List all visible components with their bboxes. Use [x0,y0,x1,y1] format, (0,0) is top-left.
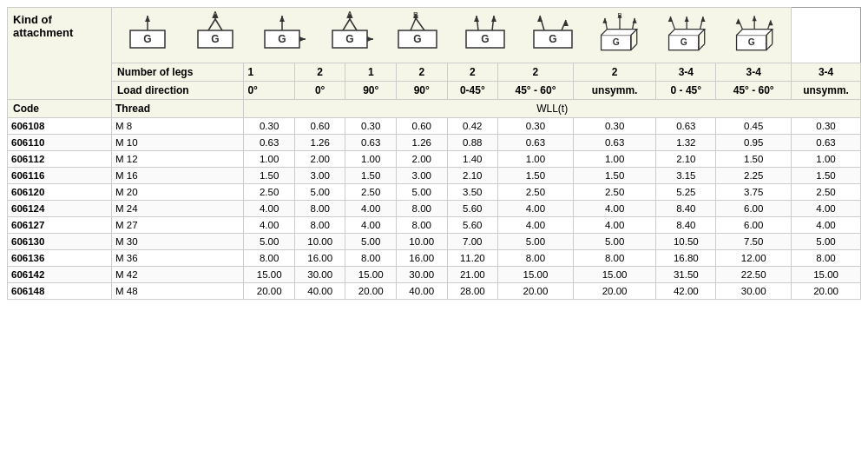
svg-text:G: G [211,33,219,45]
svg-line-72 [766,44,773,50]
code-606110: 606110 [8,135,112,151]
svg-marker-68 [701,17,706,22]
legs-34a: 3-4 [656,63,716,82]
svg-marker-57 [633,18,637,23]
load-direction-label: Load direction [112,82,244,100]
svg-marker-1 [145,16,150,22]
svg-marker-16 [299,36,306,42]
code-header: Code [8,100,112,118]
table-row: 606108 M 8 0.30 0.60 0.30 0.60 0.42 0.30… [8,118,861,135]
main-container: Kind of attachment G [0,0,868,307]
table-row: 606124 M 24 4.00 8.00 4.00 8.00 5.60 4.0… [8,201,861,217]
svg-marker-12 [279,16,285,22]
svg-text:G: G [413,33,421,45]
legs-34b: 3-4 [716,63,792,82]
svg-marker-56 [603,18,608,23]
svg-text:G: G [748,38,755,48]
dir-90a: 90° [345,82,397,100]
legs-2e: 2 [573,63,656,82]
val-606108-4: 0.60 [396,118,447,135]
svg-marker-79 [768,20,773,25]
svg-text:G: G [279,33,286,45]
legs-2a: 2 [294,63,345,82]
dir-0-45b: 0 - 45° [656,82,716,100]
svg-line-6 [215,19,222,30]
table-row: 606127 M 27 4.00 8.00 4.00 8.00 5.60 4.0… [8,217,861,234]
svg-marker-78 [753,16,757,21]
svg-text:G: G [481,33,489,45]
table-row: 606130 M 30 5.00 10.00 5.00 10.00 7.00 5… [8,234,861,250]
svg-text:G: G [549,33,556,45]
svg-marker-67 [685,17,689,22]
code-606108: 606108 [8,118,112,135]
svg-marker-35 [474,16,479,22]
svg-line-27 [411,18,416,30]
svg-line-28 [416,18,424,30]
dir-unsymm1: unsymm. [573,82,656,100]
svg-marker-36 [491,16,496,22]
table-row: 606120 M 20 2.50 5.00 2.50 5.00 3.50 2.5… [8,184,861,201]
num-legs-label: Number of legs [112,63,244,82]
svg-marker-41 [537,16,542,22]
val-606108-6: 0.30 [498,118,574,135]
svg-text:G: G [613,38,620,48]
wll-table: Kind of attachment G [7,7,861,300]
val-606108-5: 0.42 [447,118,498,135]
table-row: 606136 M 36 8.00 16.00 8.00 16.00 11.20 … [8,250,861,267]
icon-double-90-A: A G [324,11,376,59]
legs-34c: 3-4 [792,63,861,82]
svg-marker-66 [668,17,673,22]
table-row: 606148 M 48 20.00 40.00 20.00 40.00 28.0… [8,283,861,300]
icon-triple-unsymm: G [729,11,781,59]
icon-double-0-45: B G [391,11,444,59]
icon-single-vertical: G [122,11,174,59]
dir-unsymm2: unsymm. [792,82,861,100]
thread-header: Thread [112,100,244,118]
legs-1b: 1 [345,63,397,82]
legs-2b: 2 [396,63,447,82]
val-606108-8: 0.63 [656,118,716,135]
table-row: 606112 M 12 1.00 2.00 1.00 2.00 1.40 1.0… [8,151,861,168]
svg-line-51 [631,44,637,50]
svg-text:G: G [346,33,354,45]
icon-single-90: G [256,11,308,59]
thread-606110: M 10 [112,135,244,151]
attachment-label: Kind of attachment [8,8,112,100]
thread-606108: M 8 [112,118,244,135]
dir-90b: 90° [396,82,447,100]
wll-header: WLL(t) [244,100,861,118]
icon-double-45-60: G [459,11,511,59]
val-606108-9: 0.45 [716,118,792,135]
svg-text:G: G [143,33,151,45]
svg-line-61 [699,44,705,50]
icon-double-unsymm: G [527,11,579,59]
table-row: 606110 M 10 0.63 1.26 0.63 1.26 0.88 0.6… [8,135,861,151]
val-606108-1: 0.30 [244,118,295,135]
legs-2d: 2 [498,63,574,82]
svg-marker-25 [367,36,373,42]
icons-row: G A G [112,8,792,63]
table-row: 606142 M 42 15.00 30.00 15.00 30.00 21.0… [8,267,861,283]
dir-0a: 0° [244,82,295,100]
legs-1: 1 [244,63,295,82]
dir-45-60b: 45° - 60° [716,82,792,100]
table-row: 606116 M 16 1.50 3.00 1.50 3.00 2.10 1.5… [8,168,861,184]
svg-line-18 [343,19,350,30]
svg-text:G: G [681,38,687,48]
val-606108-2: 0.60 [294,118,345,135]
dir-0-45: 0-45° [447,82,498,100]
val-606108-10: 0.30 [792,118,861,135]
legs-2c: 2 [447,63,498,82]
svg-line-5 [208,19,215,30]
icon-double-vertical-A: A G [189,11,241,59]
icon-triple-45-60: G [661,11,713,59]
val-606108-3: 0.30 [345,118,397,135]
svg-line-19 [350,19,357,30]
dir-45-60: 45° - 60° [498,82,574,100]
icon-triple-0-45: B G [594,11,646,59]
val-606108-7: 0.30 [573,118,656,135]
dir-0b: 0° [294,82,345,100]
